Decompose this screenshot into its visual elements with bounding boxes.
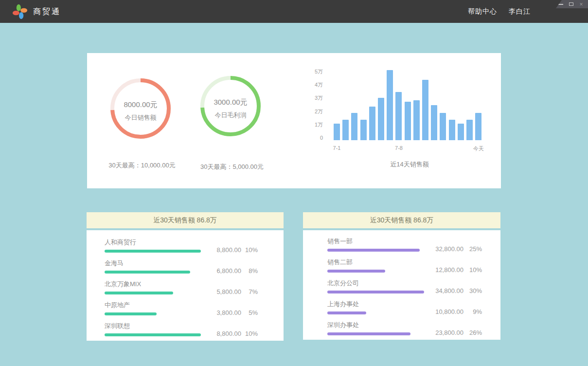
item-bar bbox=[327, 291, 424, 293]
item-bar bbox=[105, 250, 201, 253]
maximize-icon bbox=[569, 2, 573, 6]
bar bbox=[378, 98, 384, 140]
y-axis-tick: 2万 bbox=[296, 108, 323, 115]
bar bbox=[466, 120, 473, 140]
bar bbox=[395, 92, 402, 140]
item-percent: 25% bbox=[463, 245, 482, 253]
bar bbox=[334, 124, 340, 140]
y-axis-tick: 0 bbox=[296, 134, 323, 141]
item-amount: 23,800.00 bbox=[421, 329, 463, 336]
app-logo-icon bbox=[13, 4, 27, 19]
item-name: 金海马 bbox=[105, 259, 209, 268]
item-name: 深圳联想 bbox=[105, 322, 209, 330]
bar bbox=[475, 113, 481, 140]
close-icon: × bbox=[579, 1, 583, 7]
bar bbox=[458, 124, 464, 140]
item-amount: 10,800.00 bbox=[421, 308, 463, 315]
item-percent: 10% bbox=[241, 246, 258, 254]
item-percent: 5% bbox=[241, 309, 258, 316]
profit-30day-max: 30天最高：5,000.00元 bbox=[177, 163, 287, 171]
list-item: 深圳联想8,800.0010% bbox=[105, 322, 258, 336]
item-percent: 30% bbox=[463, 287, 482, 294]
app-title: 商贸通 bbox=[33, 0, 61, 23]
maximize-button[interactable] bbox=[568, 1, 574, 7]
item-amount: 12,800.00 bbox=[421, 266, 463, 274]
donut-today-profit: 3000.00元 今日毛利润 bbox=[200, 75, 261, 137]
bar bbox=[422, 80, 428, 140]
list-item: 人和商贸行8,800.0010% bbox=[105, 238, 258, 253]
x-axis-tick: 7-1 bbox=[333, 145, 341, 151]
bar bbox=[360, 120, 367, 140]
donut-today-sales: 8000.00元 今日销售额 bbox=[110, 78, 171, 139]
item-amount: 5,800.00 bbox=[209, 288, 241, 295]
item-amount: 34,800.00 bbox=[421, 287, 463, 294]
bar bbox=[369, 107, 375, 140]
item-bar bbox=[327, 332, 410, 335]
customer-card-header: 近30天销售额 86.8万 bbox=[87, 212, 284, 228]
item-percent: 8% bbox=[241, 267, 258, 274]
minimize-icon bbox=[558, 4, 563, 5]
item-percent: 10% bbox=[463, 266, 482, 274]
today-sales-value: 8000.00元 bbox=[110, 100, 171, 110]
today-profit-label: 今日毛利润 bbox=[200, 111, 261, 120]
list-item: 北京万象MIX5,800.007% bbox=[105, 280, 258, 294]
item-name: 销售一部 bbox=[327, 237, 421, 246]
bar bbox=[405, 102, 411, 140]
close-button[interactable]: × bbox=[578, 1, 584, 7]
list-item: 销售二部12,800.0010% bbox=[327, 258, 482, 273]
item-amount: 6,800.00 bbox=[209, 267, 241, 274]
item-name: 销售二部 bbox=[327, 258, 421, 267]
item-bar bbox=[105, 271, 190, 274]
item-amount: 8,800.00 bbox=[209, 246, 241, 254]
item-percent: 26% bbox=[463, 329, 482, 336]
item-percent: 9% bbox=[463, 308, 482, 315]
list-item: 深圳办事处23,800.0026% bbox=[327, 321, 482, 335]
item-name: 深圳办事处 bbox=[327, 321, 421, 329]
item-bar bbox=[105, 292, 173, 294]
window-controls: × bbox=[556, 0, 588, 8]
bar bbox=[387, 70, 393, 140]
titlebar-menu: 帮助中心 李白江 bbox=[468, 0, 531, 23]
bar-chart bbox=[334, 69, 485, 140]
item-percent: 10% bbox=[241, 330, 258, 337]
list-item: 金海马6,800.008% bbox=[105, 259, 258, 274]
y-axis-tick: 4万 bbox=[296, 81, 323, 88]
today-profit-value: 3000.00元 bbox=[200, 98, 261, 107]
bar bbox=[440, 113, 446, 140]
bar bbox=[342, 120, 349, 140]
item-amount: 3,800.00 bbox=[209, 309, 241, 316]
help-center-link[interactable]: 帮助中心 bbox=[468, 7, 497, 16]
list-item: 销售一部32,800.0025% bbox=[327, 237, 482, 252]
item-name: 北京万象MIX bbox=[105, 280, 209, 289]
item-bar bbox=[327, 311, 366, 314]
item-amount: 8,800.00 bbox=[209, 330, 241, 337]
department-sales-card: 销售一部32,800.0025%销售二部12,800.0010%北京分公司34,… bbox=[303, 230, 500, 340]
y-axis-tick: 3万 bbox=[296, 94, 323, 101]
list-item: 北京分公司34,800.0030% bbox=[327, 279, 482, 293]
titlebar: 商贸通 帮助中心 李白江 × bbox=[0, 0, 588, 23]
list-item: 中原地产3,800.005% bbox=[105, 301, 258, 315]
item-name: 北京分公司 bbox=[327, 279, 421, 288]
x-axis-tick: 7-8 bbox=[395, 145, 403, 151]
item-amount: 32,800.00 bbox=[421, 245, 463, 253]
list-item: 上海办事处10,800.009% bbox=[327, 300, 482, 314]
y-axis-tick: 5万 bbox=[296, 68, 323, 75]
customer-sales-card: 人和商贸行8,800.0010%金海马6,800.008%北京万象MIX5,80… bbox=[87, 230, 284, 341]
item-bar bbox=[105, 312, 157, 315]
item-name: 人和商贸行 bbox=[105, 238, 209, 247]
item-percent: 7% bbox=[241, 288, 258, 295]
item-bar bbox=[327, 270, 385, 273]
today-sales-label: 今日销售额 bbox=[110, 113, 171, 122]
item-name: 上海办事处 bbox=[327, 300, 421, 309]
summary-card: 8000.00元 今日销售额 30天最高：10,000.00元 3000.00元… bbox=[87, 53, 501, 188]
bar bbox=[413, 100, 420, 140]
user-name[interactable]: 李白江 bbox=[509, 7, 531, 16]
y-axis-tick: 1万 bbox=[296, 121, 323, 128]
bar bbox=[351, 113, 357, 140]
item-bar bbox=[327, 249, 420, 252]
department-card-header: 近30天销售额 86.8万 bbox=[303, 212, 500, 228]
bar bbox=[449, 120, 455, 140]
minimize-button[interactable] bbox=[558, 1, 564, 7]
bar-chart-title: 近14天销售额 bbox=[334, 160, 485, 169]
bar bbox=[431, 105, 437, 140]
